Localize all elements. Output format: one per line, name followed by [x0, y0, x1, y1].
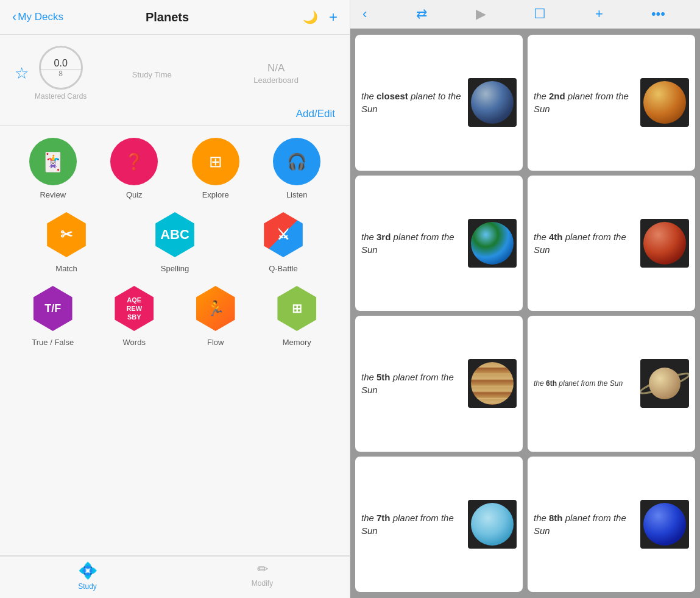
card-7-image [468, 500, 517, 549]
mastered-denom: 8 [41, 69, 81, 78]
shuffle-button[interactable]: ⇄ [392, 6, 451, 22]
card-6-text: the 6th planet from the Sun [534, 379, 635, 389]
mode-memory[interactable]: ⊞ Memory [272, 284, 321, 347]
words-icon-wrap: AQEREWSBY [110, 284, 158, 333]
mode-qbattle[interactable]: ⚔ Q-Battle [259, 210, 308, 273]
circle-modes-row: 🃏 Review ❓ Quiz ⊞ Explore 🎧 Lis [12, 138, 338, 199]
mode-spelling[interactable]: ABC Spelling [150, 210, 199, 273]
card-8-text: the 8th planet from the Sun [534, 511, 635, 537]
study-time-label: Study Time [132, 70, 172, 79]
flashcard-5[interactable]: the 5th planet from the Sun [355, 316, 523, 452]
card-8-image [640, 500, 689, 549]
add-edit-button[interactable]: Add/Edit [296, 108, 335, 119]
left-panel: ‹ My Decks Planets 🌙 + ☆ 0.0 8 Mastered … [0, 0, 350, 598]
explore-icon: ⊞ [192, 138, 239, 185]
flashcard-1[interactable]: the closest planet to the Sun [355, 35, 523, 171]
spelling-icon: ABC [152, 212, 197, 257]
card-view-button[interactable]: ☐ [511, 6, 570, 22]
flow-icon: 🏃 [193, 286, 238, 331]
match-label: Match [55, 264, 77, 273]
hex-modes-row1: ✂ Match ABC Spelling ⚔ Q [12, 210, 338, 273]
quiz-icon: ❓ [110, 138, 158, 185]
mode-review[interactable]: 🃏 Review [29, 138, 77, 199]
flashcard-7[interactable]: the 7th planet from the Sun [355, 457, 523, 593]
spelling-icon-wrap: ABC [150, 210, 199, 259]
words-icon: AQEREWSBY [111, 286, 157, 331]
explore-label: Explore [202, 190, 229, 199]
deck-title: Planets [32, 10, 303, 24]
truefalse-icon-wrap: T/F [29, 284, 77, 333]
mode-truefalse[interactable]: T/F True / False [29, 284, 77, 347]
right-top-bar: ‹ ⇄ ▶ ☐ + ••• [350, 0, 700, 29]
card-5-image [468, 359, 517, 408]
add-card-button[interactable]: + [570, 6, 629, 22]
tab-modify[interactable]: ✏ Modify [175, 561, 350, 591]
match-icon-wrap: ✂ [42, 210, 91, 259]
mode-flow[interactable]: 🏃 Flow [191, 284, 240, 347]
words-label: Words [123, 338, 146, 347]
quiz-label: Quiz [126, 190, 143, 199]
study-tab-icon: 💠 [78, 561, 97, 580]
add-edit-row: Add/Edit [0, 105, 350, 125]
nav-icons: 🌙 + [303, 9, 338, 26]
truefalse-label: True / False [32, 338, 74, 347]
modes-grid: 🃏 Review ❓ Quiz ⊞ Explore 🎧 Lis [0, 126, 350, 555]
flashcard-6[interactable]: the 6th planet from the Sun [528, 316, 695, 452]
card-4-text: the 4th planet from the Sun [534, 230, 635, 256]
right-panel: ‹ ⇄ ▶ ☐ + ••• the closest planet to the … [350, 0, 700, 598]
mastered-col: 0.0 8 Mastered Cards [35, 46, 87, 101]
study-time-item: Study Time [93, 68, 211, 79]
listen-label: Listen [286, 190, 308, 199]
review-icon: 🃏 [29, 138, 77, 185]
qbattle-label: Q-Battle [269, 264, 298, 273]
mode-listen[interactable]: 🎧 Listen [273, 138, 320, 199]
mode-explore[interactable]: ⊞ Explore [192, 138, 239, 199]
add-deck-icon[interactable]: + [329, 9, 338, 26]
mastered-circle: 0.0 8 [39, 46, 83, 90]
listen-icon: 🎧 [273, 138, 320, 185]
saturn-container [643, 362, 686, 405]
review-label: Review [40, 190, 66, 199]
hex-modes-row2: T/F True / False AQEREWSBY Words 🏃 [12, 284, 338, 347]
flashcard-4[interactable]: the 4th planet from the Sun [528, 176, 695, 311]
flow-icon-wrap: 🏃 [191, 284, 240, 333]
flashcard-8[interactable]: the 8th planet from the Sun [528, 457, 695, 593]
tab-study[interactable]: 💠 Study [0, 561, 175, 591]
play-button[interactable]: ▶ [451, 6, 511, 22]
memory-icon-wrap: ⊞ [272, 284, 321, 333]
card-2-text: the 2nd planet from the Sun [534, 90, 635, 115]
card-3-image [468, 219, 517, 268]
mode-quiz[interactable]: ❓ Quiz [110, 138, 158, 199]
leaderboard-label: Leaderboard [253, 76, 299, 85]
spelling-label: Spelling [161, 264, 189, 273]
cards-grid: the closest planet to the Sun the 2nd pl… [350, 29, 700, 598]
card-6-image [640, 359, 689, 408]
right-back-button[interactable]: ‹ [362, 6, 392, 22]
mastered-num: 0.0 [54, 57, 68, 69]
leaderboard-value: N/A [267, 62, 285, 74]
bottom-tab-bar: 💠 Study ✏ Modify [0, 556, 350, 598]
card-2-image [640, 78, 689, 127]
card-1-text: the closest planet to the Sun [361, 90, 463, 115]
flashcard-3[interactable]: the 3rd planet from the Sun [355, 176, 523, 311]
stats-row: ☆ 0.0 8 Mastered Cards Study Time N/A Le… [0, 35, 350, 105]
flashcard-2[interactable]: the 2nd planet from the Sun [528, 35, 695, 171]
chevron-left-icon: ‹ [12, 9, 16, 25]
top-nav: ‹ My Decks Planets 🌙 + [0, 0, 350, 35]
qbattle-icon: ⚔ [261, 212, 306, 257]
qbattle-icon-wrap: ⚔ [259, 210, 308, 259]
memory-label: Memory [283, 338, 311, 347]
match-icon: ✂ [44, 212, 89, 257]
card-7-text: the 7th planet from the Sun [361, 511, 463, 537]
star-icon[interactable]: ☆ [15, 64, 29, 83]
more-options-button[interactable]: ••• [629, 6, 688, 22]
truefalse-icon: T/F [30, 286, 76, 331]
modify-tab-label: Modify [252, 579, 273, 588]
leaderboard-item: N/A Leaderboard [217, 62, 335, 85]
study-tab-label: Study [78, 582, 97, 591]
mode-words[interactable]: AQEREWSBY Words [110, 284, 158, 347]
night-mode-icon[interactable]: 🌙 [303, 10, 318, 24]
mode-match[interactable]: ✂ Match [42, 210, 91, 273]
modify-tab-icon: ✏ [257, 561, 268, 577]
card-1-image [468, 78, 517, 127]
